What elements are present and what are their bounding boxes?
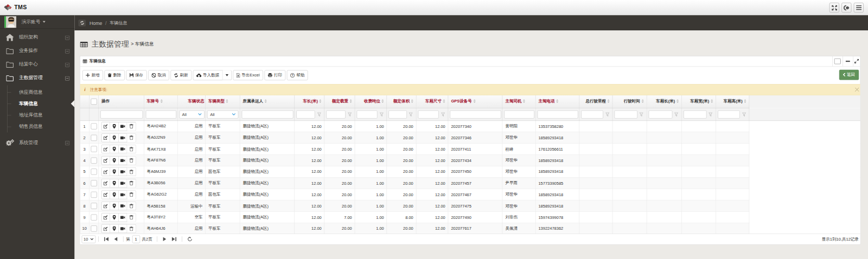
svg-text:?: ? — [291, 74, 293, 77]
